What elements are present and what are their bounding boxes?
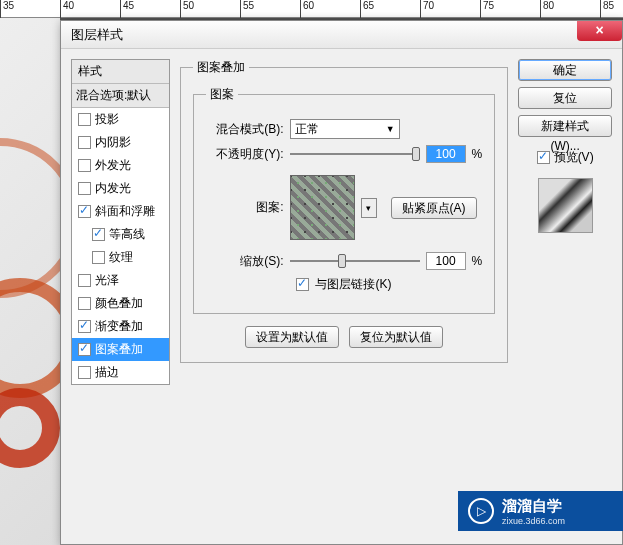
style-label: 渐变叠加: [95, 318, 143, 335]
style-checkbox[interactable]: [78, 159, 91, 172]
style-checkbox[interactable]: [92, 228, 105, 241]
preview-label: 预览(V): [554, 149, 594, 166]
reset-to-default-button[interactable]: 复位为默认值: [349, 326, 443, 348]
style-item-7[interactable]: 光泽: [72, 269, 169, 292]
style-checkbox[interactable]: [78, 136, 91, 149]
pattern-group-legend: 图案: [206, 86, 238, 103]
style-item-11[interactable]: 描边: [72, 361, 169, 384]
style-item-1[interactable]: 内阴影: [72, 131, 169, 154]
style-checkbox[interactable]: [78, 343, 91, 356]
style-item-2[interactable]: 外发光: [72, 154, 169, 177]
ruler-horizontal: 35404550556065707580859095: [0, 0, 623, 18]
scale-slider[interactable]: [290, 252, 420, 270]
pattern-swatch[interactable]: [290, 175, 355, 240]
style-checkbox[interactable]: [78, 366, 91, 379]
opacity-unit: %: [472, 147, 483, 161]
ok-button[interactable]: 确定: [518, 59, 612, 81]
make-default-button[interactable]: 设置为默认值: [245, 326, 339, 348]
style-label: 外发光: [95, 157, 131, 174]
style-item-8[interactable]: 颜色叠加: [72, 292, 169, 315]
new-style-button[interactable]: 新建样式(W)...: [518, 115, 612, 137]
opacity-input[interactable]: 100: [426, 145, 466, 163]
style-checkbox[interactable]: [92, 251, 105, 264]
watermark: ▷ 溜溜自学 zixue.3d66.com: [458, 491, 623, 531]
style-label: 内发光: [95, 180, 131, 197]
preview-thumbnail: [538, 178, 593, 233]
pattern-picker-button[interactable]: ▾: [361, 198, 377, 218]
scale-label: 缩放(S):: [206, 253, 284, 270]
blending-options-header[interactable]: 混合选项:默认: [72, 84, 169, 108]
chevron-down-icon: ▼: [386, 124, 395, 134]
link-with-layer-label: 与图层链接(K): [315, 276, 391, 293]
settings-panel: 图案叠加 图案 混合模式(B): 正常 ▼ 不透明度(Y):: [180, 59, 509, 385]
style-label: 等高线: [109, 226, 145, 243]
pattern-overlay-group: 图案叠加 图案 混合模式(B): 正常 ▼ 不透明度(Y):: [180, 59, 509, 363]
style-label: 图案叠加: [95, 341, 143, 358]
ruler-tick: 60: [300, 0, 360, 18]
blend-mode-label: 混合模式(B):: [206, 121, 284, 138]
pattern-label: 图案:: [206, 199, 284, 216]
snap-to-origin-button[interactable]: 贴紧原点(A): [391, 197, 477, 219]
style-label: 光泽: [95, 272, 119, 289]
style-checkbox[interactable]: [78, 113, 91, 126]
style-checkbox[interactable]: [78, 182, 91, 195]
ruler-tick: 75: [480, 0, 540, 18]
ruler-tick: 50: [180, 0, 240, 18]
close-button[interactable]: ×: [577, 21, 622, 41]
styles-list-panel: 样式 混合选项:默认 投影内阴影外发光内发光斜面和浮雕等高线纹理光泽颜色叠加渐变…: [71, 59, 170, 385]
blend-mode-dropdown[interactable]: 正常 ▼: [290, 119, 400, 139]
style-label: 投影: [95, 111, 119, 128]
ruler-tick: 80: [540, 0, 600, 18]
ruler-tick: 35: [0, 0, 60, 18]
pattern-overlay-legend: 图案叠加: [193, 59, 249, 76]
style-item-4[interactable]: 斜面和浮雕: [72, 200, 169, 223]
dialog-titlebar[interactable]: 图层样式 ×: [61, 21, 622, 49]
style-item-5[interactable]: 等高线: [72, 223, 169, 246]
scale-input[interactable]: 100: [426, 252, 466, 270]
style-item-10[interactable]: 图案叠加: [72, 338, 169, 361]
opacity-label: 不透明度(Y):: [206, 146, 284, 163]
style-item-3[interactable]: 内发光: [72, 177, 169, 200]
style-checkbox[interactable]: [78, 297, 91, 310]
styles-header[interactable]: 样式: [72, 60, 169, 84]
ruler-tick: 45: [120, 0, 180, 18]
canvas-background: [0, 18, 60, 545]
ruler-tick: 40: [60, 0, 120, 18]
style-label: 描边: [95, 364, 119, 381]
ruler-tick: 70: [420, 0, 480, 18]
layer-style-dialog: 图层样式 × 样式 混合选项:默认 投影内阴影外发光内发光斜面和浮雕等高线纹理光…: [60, 20, 623, 545]
ruler-tick: 65: [360, 0, 420, 18]
pattern-group: 图案 混合模式(B): 正常 ▼ 不透明度(Y):: [193, 86, 496, 314]
scale-unit: %: [472, 254, 483, 268]
opacity-slider[interactable]: [290, 145, 420, 163]
style-item-9[interactable]: 渐变叠加: [72, 315, 169, 338]
style-checkbox[interactable]: [78, 320, 91, 333]
style-checkbox[interactable]: [78, 274, 91, 287]
play-icon: ▷: [468, 498, 494, 524]
style-label: 斜面和浮雕: [95, 203, 155, 220]
style-item-0[interactable]: 投影: [72, 108, 169, 131]
link-with-layer-checkbox[interactable]: [296, 278, 309, 291]
style-label: 颜色叠加: [95, 295, 143, 312]
style-checkbox[interactable]: [78, 205, 91, 218]
ruler-tick: 55: [240, 0, 300, 18]
style-label: 内阴影: [95, 134, 131, 151]
ruler-tick: 85: [600, 0, 623, 18]
dialog-title: 图层样式: [71, 27, 123, 42]
style-label: 纹理: [109, 249, 133, 266]
style-item-6[interactable]: 纹理: [72, 246, 169, 269]
preview-checkbox[interactable]: [537, 151, 550, 164]
cancel-button[interactable]: 复位: [518, 87, 612, 109]
dialog-actions: 确定 复位 新建样式(W)... 预览(V): [518, 59, 612, 385]
